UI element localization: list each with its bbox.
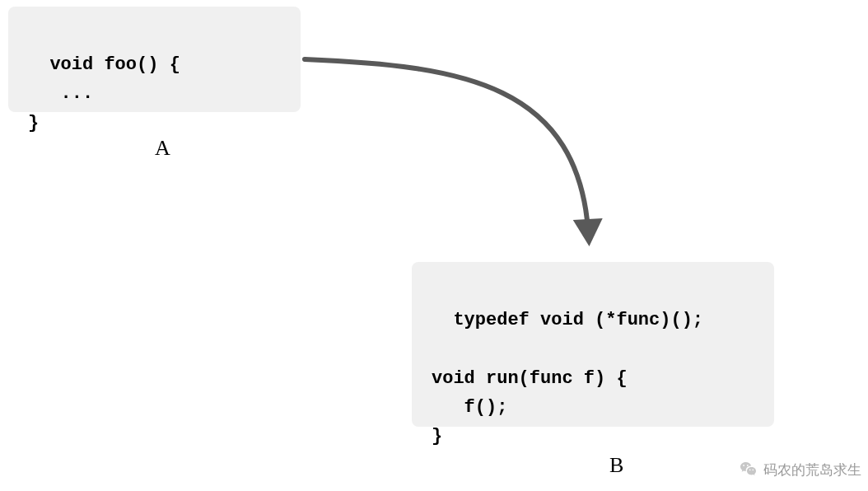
watermark: 码农的荒岛求生 <box>739 460 861 479</box>
label-a: A <box>155 136 170 161</box>
arrow-path <box>305 59 589 239</box>
code-b-content: typedef void (*func)(); void run(func f)… <box>432 310 703 447</box>
label-b: B <box>609 453 623 478</box>
code-box-b: typedef void (*func)(); void run(func f)… <box>412 262 774 427</box>
code-a-content: void foo() { ... } <box>28 54 180 133</box>
code-box-a: void foo() { ... } <box>8 7 301 112</box>
wechat-icon <box>739 460 758 479</box>
watermark-text: 码农的荒岛求生 <box>763 461 861 479</box>
